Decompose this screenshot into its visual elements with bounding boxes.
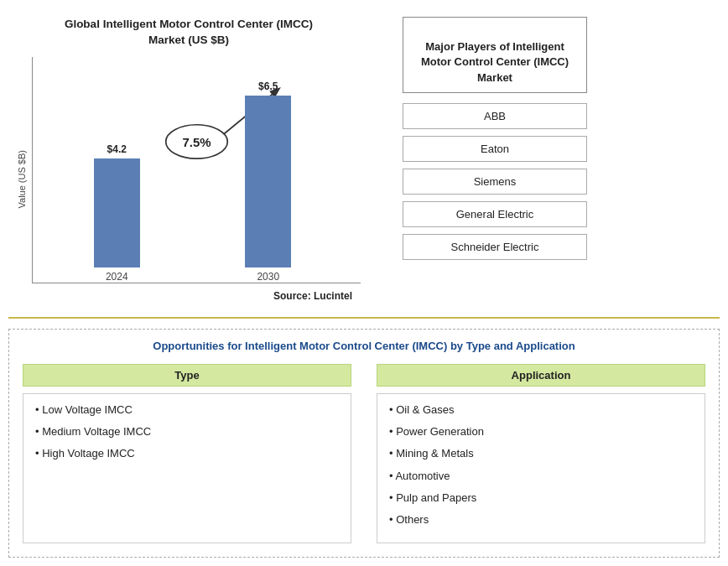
list-item-1-1: Power Generation xyxy=(389,424,693,439)
list-item-1-0: Oil & Gases xyxy=(389,402,693,418)
bar-group-2024: $4.2 2024 xyxy=(94,143,140,283)
chart-content: 7.5% $4.2 xyxy=(32,57,361,302)
players-list: ABBEatonSiemensGeneral ElectricSchneider… xyxy=(403,103,587,267)
player-item-0: ABB xyxy=(403,103,587,129)
list-item-1-2: Mining & Metals xyxy=(389,446,693,461)
bar-value-2030: $6.5 xyxy=(258,80,278,92)
players-title: Major Players of Intelligent Motor Contr… xyxy=(421,40,569,83)
players-title-box: Major Players of Intelligent Motor Contr… xyxy=(403,17,587,93)
chart-title: Global Intelligent Motor Control Center … xyxy=(65,17,313,49)
player-item-4: Schneider Electric xyxy=(403,234,587,260)
svg-text:7.5%: 7.5% xyxy=(182,136,211,149)
bar-label-2030: 2030 xyxy=(257,271,279,283)
source-text: Source: Lucintel xyxy=(32,290,361,302)
player-item-1: Eaton xyxy=(403,136,587,162)
bottom-column-1: ApplicationOil & GasesPower GenerationMi… xyxy=(377,364,705,543)
column-list-0: Low Voltage IMCCMedium Voltage IMCCHigh … xyxy=(23,393,351,543)
players-area: Major Players of Intelligent Motor Contr… xyxy=(377,8,612,310)
list-item-0-0: Low Voltage IMCC xyxy=(35,402,339,418)
bar-label-2024: 2024 xyxy=(106,271,128,283)
bottom-column-0: TypeLow Voltage IMCCMedium Voltage IMCCH… xyxy=(23,364,351,543)
svg-point-0 xyxy=(166,125,228,158)
player-item-3: General Electric xyxy=(403,201,587,227)
column-header-1: Application xyxy=(377,364,705,387)
bar-2030 xyxy=(245,96,291,267)
list-item-1-3: Automotive xyxy=(389,469,693,484)
bar-group-2030: $6.5 2030 xyxy=(245,80,291,283)
opportunities-title: Opportunities for Intelligent Motor Cont… xyxy=(23,340,705,352)
list-item-0-1: Medium Voltage IMCC xyxy=(35,424,339,439)
bottom-section: Opportunities for Intelligent Motor Cont… xyxy=(8,329,720,558)
column-header-0: Type xyxy=(23,364,351,387)
chart-area: Global Intelligent Motor Control Center … xyxy=(8,8,369,310)
bars-container: 7.5% $4.2 xyxy=(32,57,361,283)
main-container: Global Intelligent Motor Control Center … xyxy=(0,0,728,566)
list-item-0-2: High Voltage IMCC xyxy=(35,446,339,461)
chart-wrapper: Value (US $B) 7.5% xyxy=(17,57,361,302)
y-axis-label: Value (US $B) xyxy=(17,150,27,209)
bar-2024 xyxy=(94,158,140,267)
column-list-1: Oil & GasesPower GenerationMining & Meta… xyxy=(377,393,705,543)
list-item-1-5: Others xyxy=(389,512,693,527)
bar-value-2024: $4.2 xyxy=(107,143,127,155)
top-section: Global Intelligent Motor Control Center … xyxy=(8,8,720,310)
player-item-2: Siemens xyxy=(403,169,587,195)
annotation-svg: 7.5% xyxy=(33,57,361,283)
divider xyxy=(8,317,720,319)
bottom-content: TypeLow Voltage IMCCMedium Voltage IMCCH… xyxy=(23,364,705,543)
list-item-1-4: Pulp and Papers xyxy=(389,491,693,506)
